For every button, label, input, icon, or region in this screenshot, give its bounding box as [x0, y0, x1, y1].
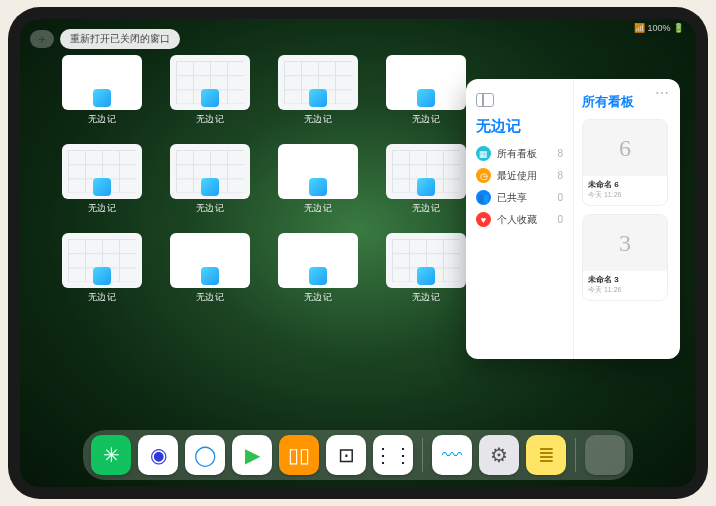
sidebar-item[interactable]: 👥已共享0: [476, 190, 563, 205]
reopen-label: 重新打开已关闭的窗口: [70, 33, 170, 44]
dock: ✳◉◯▶▯▯⊡⋮⋮ 〰⚙≣: [83, 430, 633, 480]
window-label: 无边记: [412, 113, 441, 126]
freeform-panel[interactable]: 无边记 ▦所有看板8◷最近使用8👥已共享0♥个人收藏0 所有看板 6未命名 6今…: [466, 79, 680, 359]
window-thumbnail[interactable]: 无边记: [278, 233, 358, 304]
window-label: 无边记: [196, 202, 225, 215]
plus-icon: ＋: [36, 31, 48, 48]
grid-icon: ▦: [476, 146, 491, 161]
status-text: 📶 100% 🔋: [634, 23, 684, 33]
dock-app-settings[interactable]: ⚙: [479, 435, 519, 475]
quark-icon: ◉: [150, 443, 167, 467]
panel-app-icon: [476, 93, 494, 107]
board-card[interactable]: 3未命名 3今天 11:26: [582, 214, 668, 301]
window-label: 无边记: [304, 113, 333, 126]
window-preview: [278, 233, 358, 288]
window-preview: [62, 55, 142, 110]
window-preview: [62, 233, 142, 288]
board-name: 未命名 6: [588, 179, 662, 190]
sidebar-item-count: 0: [557, 214, 563, 225]
window-thumbnail[interactable]: 无边记: [386, 144, 466, 215]
window-label: 无边记: [196, 291, 225, 304]
dock-app-notes[interactable]: ≣: [526, 435, 566, 475]
screen: 📶 100% 🔋 ＋ 重新打开已关闭的窗口 无边记无边记无边记无边记无边记无边记…: [20, 19, 696, 487]
window-thumbnail[interactable]: 无边记: [62, 144, 142, 215]
books-icon: ▯▯: [288, 443, 310, 467]
window-thumbnail[interactable]: 无边记: [278, 144, 358, 215]
heart-icon: ♥: [476, 212, 491, 227]
sidebar-item[interactable]: ◷最近使用8: [476, 168, 563, 183]
window-thumbnail[interactable]: 无边记: [170, 55, 250, 126]
people-icon: 👥: [476, 190, 491, 205]
window-thumbnail[interactable]: 无边记: [170, 233, 250, 304]
window-label: 无边记: [88, 291, 117, 304]
sidebar-item-count: 8: [557, 170, 563, 181]
dice-icon: ⊡: [338, 443, 355, 467]
board-name: 未命名 3: [588, 274, 662, 285]
ai-app-icon: ⋮⋮: [373, 443, 413, 467]
freeform-icon: 〰: [442, 444, 462, 467]
window-preview: [278, 144, 358, 199]
board-time: 今天 11:26: [588, 285, 662, 295]
panel-content-title: 所有看板: [582, 93, 672, 111]
sidebar-item-count: 0: [557, 192, 563, 203]
window-preview: [386, 233, 466, 288]
window-label: 无边记: [88, 202, 117, 215]
board-thumbnail: 6: [583, 120, 667, 176]
clock-icon: ◷: [476, 168, 491, 183]
window-preview: [170, 55, 250, 110]
board-card[interactable]: 6未命名 6今天 11:26: [582, 119, 668, 206]
dock-app-video[interactable]: ▶: [232, 435, 272, 475]
app-library-icon[interactable]: [585, 435, 625, 475]
settings-icon: ⚙: [490, 443, 508, 467]
window-preview: [62, 144, 142, 199]
sidebar-item-label: 所有看板: [497, 147, 537, 161]
board-thumbnail: 3: [583, 215, 667, 271]
dock-app-wechat[interactable]: ✳: [91, 435, 131, 475]
panel-content: 所有看板 6未命名 6今天 11:263未命名 3今天 11:26: [573, 79, 680, 359]
window-thumbnail[interactable]: 无边记: [386, 55, 466, 126]
window-thumbnail[interactable]: 无边记: [170, 144, 250, 215]
dock-app-qqbrowser[interactable]: ◯: [185, 435, 225, 475]
dock-app-dice[interactable]: ⊡: [326, 435, 366, 475]
sidebar-item[interactable]: ♥个人收藏0: [476, 212, 563, 227]
reopen-closed-window-button[interactable]: 重新打开已关闭的窗口: [60, 29, 180, 49]
window-label: 无边记: [304, 291, 333, 304]
sidebar-item-label: 已共享: [497, 191, 527, 205]
window-thumbnail[interactable]: 无边记: [62, 55, 142, 126]
window-preview: [386, 144, 466, 199]
expose-stage: 无边记无边记无边记无边记无边记无边记无边记无边记无边记无边记无边记无边记: [62, 55, 446, 417]
window-thumbnail[interactable]: 无边记: [278, 55, 358, 126]
video-icon: ▶: [245, 443, 260, 467]
new-window-button[interactable]: ＋: [30, 30, 54, 48]
window-label: 无边记: [88, 113, 117, 126]
window-label: 无边记: [412, 291, 441, 304]
window-thumbnail[interactable]: 无边记: [386, 233, 466, 304]
wechat-icon: ✳: [103, 443, 120, 467]
panel-title: 无边记: [476, 117, 563, 136]
status-bar: 📶 100% 🔋: [634, 23, 684, 33]
ipad-device: 📶 100% 🔋 ＋ 重新打开已关闭的窗口 无边记无边记无边记无边记无边记无边记…: [8, 7, 708, 499]
dock-app-quark[interactable]: ◉: [138, 435, 178, 475]
sidebar-item-count: 8: [557, 148, 563, 159]
window-preview: [386, 55, 466, 110]
sidebar-item[interactable]: ▦所有看板8: [476, 146, 563, 161]
dock-separator: [422, 438, 423, 472]
dock-app-ai-app[interactable]: ⋮⋮: [373, 435, 413, 475]
dock-app-freeform[interactable]: 〰: [432, 435, 472, 475]
dock-app-books[interactable]: ▯▯: [279, 435, 319, 475]
qqbrowser-icon: ◯: [194, 443, 216, 467]
sidebar-item-label: 个人收藏: [497, 213, 537, 227]
dock-separator: [575, 438, 576, 472]
window-preview: [170, 233, 250, 288]
sidebar-item-label: 最近使用: [497, 169, 537, 183]
top-bar: ＋ 重新打开已关闭的窗口: [30, 29, 180, 49]
board-time: 今天 11:26: [588, 190, 662, 200]
window-label: 无边记: [304, 202, 333, 215]
window-label: 无边记: [412, 202, 441, 215]
window-preview: [170, 144, 250, 199]
window-label: 无边记: [196, 113, 225, 126]
panel-sidebar: 无边记 ▦所有看板8◷最近使用8👥已共享0♥个人收藏0: [466, 79, 573, 359]
window-preview: [278, 55, 358, 110]
notes-icon: ≣: [538, 443, 555, 467]
window-thumbnail[interactable]: 无边记: [62, 233, 142, 304]
